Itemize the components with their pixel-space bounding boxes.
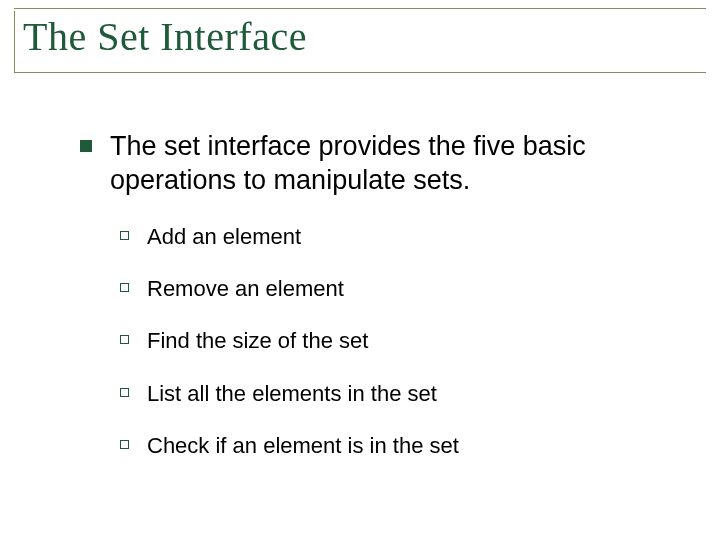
hollow-square-icon <box>120 231 129 240</box>
sub-bullet-text: Remove an element <box>147 276 344 302</box>
sub-bullet: Check if an element is in the set <box>120 433 660 459</box>
sub-bullet: List all the elements in the set <box>120 381 660 407</box>
sub-bullet-text: Add an element <box>147 224 301 250</box>
sub-bullet-text: Find the size of the set <box>147 328 368 354</box>
hollow-square-icon <box>120 283 129 292</box>
title-area: The Set Interface <box>14 8 706 73</box>
sub-bullet-text: List all the elements in the set <box>147 381 437 407</box>
slide-body: The set interface provides the five basi… <box>80 130 660 485</box>
square-bullet-icon <box>80 140 92 152</box>
slide: The Set Interface The set interface prov… <box>0 0 720 540</box>
title-top-rule <box>14 8 706 9</box>
title-box: The Set Interface <box>14 11 706 73</box>
hollow-square-icon <box>120 388 129 397</box>
main-bullet: The set interface provides the five basi… <box>80 130 660 198</box>
sub-bullet: Remove an element <box>120 276 660 302</box>
hollow-square-icon <box>120 440 129 449</box>
sub-bullet: Add an element <box>120 224 660 250</box>
slide-title: The Set Interface <box>23 13 700 60</box>
sub-bullet: Find the size of the set <box>120 328 660 354</box>
sub-bullet-list: Add an element Remove an element Find th… <box>120 224 660 460</box>
sub-bullet-text: Check if an element is in the set <box>147 433 459 459</box>
hollow-square-icon <box>120 335 129 344</box>
main-bullet-text: The set interface provides the five basi… <box>110 130 660 198</box>
